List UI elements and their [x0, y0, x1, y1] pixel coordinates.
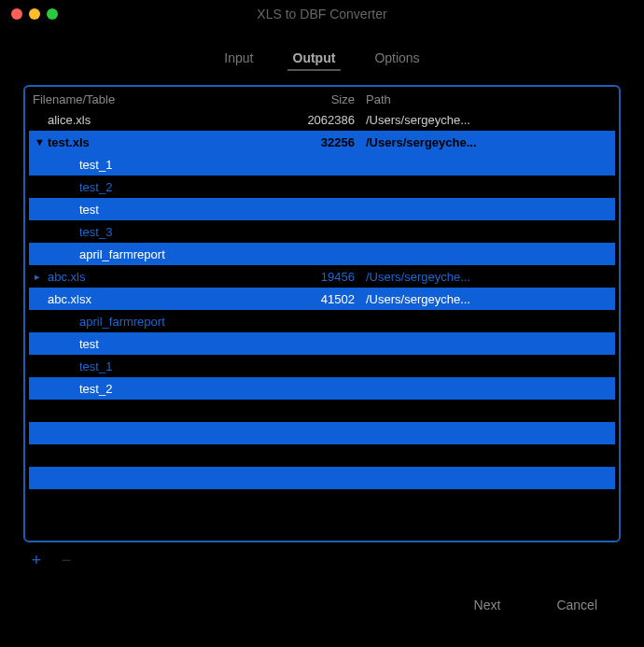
file-list-frame: Filename/Table Size Path alice.xls206238…: [23, 85, 621, 542]
cell-path: /Users/sergeyche...: [360, 113, 615, 127]
header-path[interactable]: Path: [360, 92, 615, 106]
disclosure-down-icon[interactable]: ▼: [35, 136, 48, 148]
cell-path: /Users/sergeyche...: [360, 292, 615, 306]
cell-filename: test_2: [29, 382, 276, 396]
tab-bar: Input Output Options: [0, 28, 644, 85]
cell-path: /Users/sergeyche...: [360, 135, 615, 149]
table-row[interactable]: ▸abc.xls19456/Users/sergeyche...: [29, 265, 615, 288]
table-row[interactable]: test_3: [29, 220, 615, 243]
cell-filename: test: [29, 203, 276, 217]
window-title: XLS to DBF Converter: [0, 7, 644, 21]
cell-filename-text: abc.xlsx: [48, 292, 91, 306]
cell-size: 19456: [276, 270, 360, 284]
header-size[interactable]: Size: [276, 92, 360, 106]
table-header: Filename/Table Size Path: [29, 91, 615, 108]
cell-filename-text: test_2: [79, 180, 112, 194]
cell-filename: abc.xlsx: [29, 292, 276, 306]
header-filename[interactable]: Filename/Table: [29, 92, 276, 106]
minus-icon: −: [62, 551, 72, 570]
cell-size: 41502: [276, 292, 360, 306]
table-row[interactable]: ▼test.xls32256/Users/sergeyche...: [29, 131, 615, 153]
cell-filename-text: test_3: [79, 225, 112, 239]
cell-filename-text: test_1: [79, 359, 112, 373]
cell-filename: test_1: [29, 158, 276, 172]
table-row[interactable]: test_2: [29, 176, 615, 198]
tab-input[interactable]: Input: [218, 47, 259, 71]
table-row[interactable]: [29, 400, 615, 422]
cell-filename: april_farmreport: [29, 247, 276, 261]
app-window: XLS to DBF Converter Input Output Option…: [0, 0, 644, 647]
cell-filename-text: test_1: [79, 158, 112, 172]
cell-filename-text: test: [79, 203, 99, 217]
cell-filename: ▸abc.xls: [29, 270, 276, 284]
table-row[interactable]: [29, 444, 615, 467]
table-row[interactable]: test_2: [29, 377, 615, 400]
cell-size: 2062386: [276, 113, 360, 127]
cell-filename: test_2: [29, 180, 276, 194]
cancel-button[interactable]: Cancel: [547, 594, 607, 616]
add-button[interactable]: +: [26, 550, 47, 570]
table-row[interactable]: abc.xlsx41502/Users/sergeyche...: [29, 288, 615, 310]
cell-filename: test_3: [29, 225, 276, 239]
table-body: alice.xls2062386/Users/sergeyche...▼test…: [29, 108, 615, 512]
table-row[interactable]: april_farmreport: [29, 310, 615, 332]
cell-filename-text: april_farmreport: [79, 247, 165, 261]
table-row[interactable]: [29, 467, 615, 489]
cell-size: 32256: [276, 135, 360, 149]
next-button[interactable]: Next: [465, 594, 511, 616]
footer-buttons: Next Cancel: [0, 570, 644, 616]
table-row[interactable]: april_farmreport: [29, 243, 615, 265]
disclosure-right-icon[interactable]: ▸: [35, 271, 48, 283]
cell-filename-text: test_2: [79, 382, 112, 396]
cell-filename-text: test.xls: [48, 135, 90, 149]
cell-filename-text: test: [79, 337, 99, 351]
table-row[interactable]: [29, 489, 615, 512]
file-table: Filename/Table Size Path alice.xls206238…: [29, 91, 615, 537]
tab-options[interactable]: Options: [369, 47, 425, 71]
table-row[interactable]: [29, 422, 615, 444]
tab-output[interactable]: Output: [287, 47, 342, 71]
cell-filename: test_1: [29, 359, 276, 373]
remove-button[interactable]: −: [56, 550, 77, 570]
cell-path: /Users/sergeyche...: [360, 270, 615, 284]
table-row[interactable]: test: [29, 332, 615, 355]
cell-filename: april_farmreport: [29, 315, 276, 329]
cell-filename-text: alice.xls: [48, 113, 91, 127]
cell-filename-text: april_farmreport: [79, 315, 165, 329]
file-controls: + −: [0, 542, 644, 570]
table-row[interactable]: test_1: [29, 153, 615, 176]
cell-filename: ▼test.xls: [29, 135, 276, 149]
cell-filename: test: [29, 337, 276, 351]
table-row[interactable]: test_1: [29, 355, 615, 377]
plus-icon: +: [32, 551, 42, 570]
cell-filename-text: abc.xls: [48, 270, 85, 284]
table-row[interactable]: test: [29, 198, 615, 220]
titlebar: XLS to DBF Converter: [0, 0, 644, 28]
cell-filename: alice.xls: [29, 113, 276, 127]
table-row[interactable]: alice.xls2062386/Users/sergeyche...: [29, 108, 615, 131]
